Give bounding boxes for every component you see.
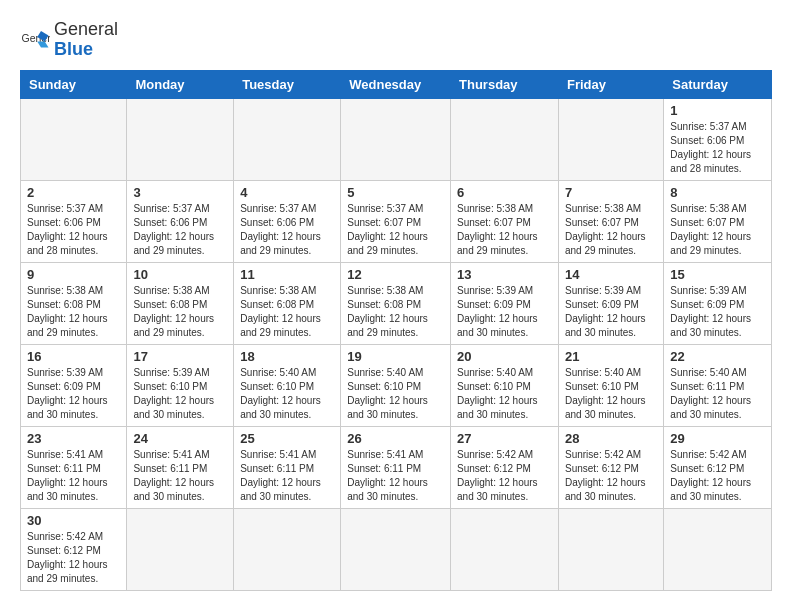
day-cell: 9Sunrise: 5:38 AM Sunset: 6:08 PM Daylig… xyxy=(21,262,127,344)
day-cell xyxy=(558,98,663,180)
day-number: 16 xyxy=(27,349,120,364)
day-number: 6 xyxy=(457,185,552,200)
day-cell: 23Sunrise: 5:41 AM Sunset: 6:11 PM Dayli… xyxy=(21,426,127,508)
day-cell: 28Sunrise: 5:42 AM Sunset: 6:12 PM Dayli… xyxy=(558,426,663,508)
day-number: 22 xyxy=(670,349,765,364)
day-cell xyxy=(21,98,127,180)
day-cell: 7Sunrise: 5:38 AM Sunset: 6:07 PM Daylig… xyxy=(558,180,663,262)
day-info: Sunrise: 5:38 AM Sunset: 6:08 PM Dayligh… xyxy=(347,284,444,340)
day-cell: 1Sunrise: 5:37 AM Sunset: 6:06 PM Daylig… xyxy=(664,98,772,180)
week-row-3: 9Sunrise: 5:38 AM Sunset: 6:08 PM Daylig… xyxy=(21,262,772,344)
day-cell xyxy=(234,98,341,180)
day-cell xyxy=(451,98,559,180)
day-cell: 11Sunrise: 5:38 AM Sunset: 6:08 PM Dayli… xyxy=(234,262,341,344)
day-info: Sunrise: 5:39 AM Sunset: 6:10 PM Dayligh… xyxy=(133,366,227,422)
day-info: Sunrise: 5:39 AM Sunset: 6:09 PM Dayligh… xyxy=(670,284,765,340)
day-number: 13 xyxy=(457,267,552,282)
day-info: Sunrise: 5:41 AM Sunset: 6:11 PM Dayligh… xyxy=(133,448,227,504)
col-header-sunday: Sunday xyxy=(21,70,127,98)
day-number: 17 xyxy=(133,349,227,364)
day-cell: 21Sunrise: 5:40 AM Sunset: 6:10 PM Dayli… xyxy=(558,344,663,426)
col-header-thursday: Thursday xyxy=(451,70,559,98)
logo-icon: General xyxy=(20,25,50,55)
col-header-monday: Monday xyxy=(127,70,234,98)
col-header-friday: Friday xyxy=(558,70,663,98)
day-number: 19 xyxy=(347,349,444,364)
day-cell: 10Sunrise: 5:38 AM Sunset: 6:08 PM Dayli… xyxy=(127,262,234,344)
day-number: 7 xyxy=(565,185,657,200)
day-info: Sunrise: 5:38 AM Sunset: 6:07 PM Dayligh… xyxy=(565,202,657,258)
day-info: Sunrise: 5:40 AM Sunset: 6:11 PM Dayligh… xyxy=(670,366,765,422)
day-info: Sunrise: 5:42 AM Sunset: 6:12 PM Dayligh… xyxy=(565,448,657,504)
day-cell: 24Sunrise: 5:41 AM Sunset: 6:11 PM Dayli… xyxy=(127,426,234,508)
day-cell: 30Sunrise: 5:42 AM Sunset: 6:12 PM Dayli… xyxy=(21,508,127,590)
day-cell: 13Sunrise: 5:39 AM Sunset: 6:09 PM Dayli… xyxy=(451,262,559,344)
day-info: Sunrise: 5:37 AM Sunset: 6:06 PM Dayligh… xyxy=(240,202,334,258)
day-number: 9 xyxy=(27,267,120,282)
day-number: 4 xyxy=(240,185,334,200)
calendar-table: SundayMondayTuesdayWednesdayThursdayFrid… xyxy=(20,70,772,591)
day-cell: 18Sunrise: 5:40 AM Sunset: 6:10 PM Dayli… xyxy=(234,344,341,426)
day-number: 20 xyxy=(457,349,552,364)
day-number: 2 xyxy=(27,185,120,200)
day-cell: 26Sunrise: 5:41 AM Sunset: 6:11 PM Dayli… xyxy=(341,426,451,508)
day-cell: 25Sunrise: 5:41 AM Sunset: 6:11 PM Dayli… xyxy=(234,426,341,508)
day-info: Sunrise: 5:42 AM Sunset: 6:12 PM Dayligh… xyxy=(670,448,765,504)
day-info: Sunrise: 5:37 AM Sunset: 6:06 PM Dayligh… xyxy=(27,202,120,258)
day-number: 8 xyxy=(670,185,765,200)
day-number: 30 xyxy=(27,513,120,528)
day-number: 28 xyxy=(565,431,657,446)
day-number: 15 xyxy=(670,267,765,282)
day-info: Sunrise: 5:40 AM Sunset: 6:10 PM Dayligh… xyxy=(457,366,552,422)
week-row-5: 23Sunrise: 5:41 AM Sunset: 6:11 PM Dayli… xyxy=(21,426,772,508)
day-info: Sunrise: 5:41 AM Sunset: 6:11 PM Dayligh… xyxy=(347,448,444,504)
day-info: Sunrise: 5:38 AM Sunset: 6:07 PM Dayligh… xyxy=(670,202,765,258)
day-number: 24 xyxy=(133,431,227,446)
day-info: Sunrise: 5:38 AM Sunset: 6:08 PM Dayligh… xyxy=(240,284,334,340)
day-cell: 22Sunrise: 5:40 AM Sunset: 6:11 PM Dayli… xyxy=(664,344,772,426)
day-cell xyxy=(234,508,341,590)
week-row-2: 2Sunrise: 5:37 AM Sunset: 6:06 PM Daylig… xyxy=(21,180,772,262)
day-cell: 2Sunrise: 5:37 AM Sunset: 6:06 PM Daylig… xyxy=(21,180,127,262)
day-cell: 17Sunrise: 5:39 AM Sunset: 6:10 PM Dayli… xyxy=(127,344,234,426)
day-number: 10 xyxy=(133,267,227,282)
day-cell: 8Sunrise: 5:38 AM Sunset: 6:07 PM Daylig… xyxy=(664,180,772,262)
day-number: 25 xyxy=(240,431,334,446)
day-cell: 19Sunrise: 5:40 AM Sunset: 6:10 PM Dayli… xyxy=(341,344,451,426)
day-cell xyxy=(451,508,559,590)
day-info: Sunrise: 5:39 AM Sunset: 6:09 PM Dayligh… xyxy=(457,284,552,340)
day-cell: 6Sunrise: 5:38 AM Sunset: 6:07 PM Daylig… xyxy=(451,180,559,262)
day-info: Sunrise: 5:40 AM Sunset: 6:10 PM Dayligh… xyxy=(347,366,444,422)
day-cell: 4Sunrise: 5:37 AM Sunset: 6:06 PM Daylig… xyxy=(234,180,341,262)
day-cell: 20Sunrise: 5:40 AM Sunset: 6:10 PM Dayli… xyxy=(451,344,559,426)
day-cell: 16Sunrise: 5:39 AM Sunset: 6:09 PM Dayli… xyxy=(21,344,127,426)
day-info: Sunrise: 5:42 AM Sunset: 6:12 PM Dayligh… xyxy=(27,530,120,586)
day-number: 23 xyxy=(27,431,120,446)
day-cell: 15Sunrise: 5:39 AM Sunset: 6:09 PM Dayli… xyxy=(664,262,772,344)
day-info: Sunrise: 5:40 AM Sunset: 6:10 PM Dayligh… xyxy=(240,366,334,422)
day-info: Sunrise: 5:40 AM Sunset: 6:10 PM Dayligh… xyxy=(565,366,657,422)
day-cell: 14Sunrise: 5:39 AM Sunset: 6:09 PM Dayli… xyxy=(558,262,663,344)
day-number: 11 xyxy=(240,267,334,282)
day-info: Sunrise: 5:39 AM Sunset: 6:09 PM Dayligh… xyxy=(565,284,657,340)
col-header-wednesday: Wednesday xyxy=(341,70,451,98)
col-header-tuesday: Tuesday xyxy=(234,70,341,98)
day-cell: 12Sunrise: 5:38 AM Sunset: 6:08 PM Dayli… xyxy=(341,262,451,344)
day-info: Sunrise: 5:38 AM Sunset: 6:07 PM Dayligh… xyxy=(457,202,552,258)
day-info: Sunrise: 5:41 AM Sunset: 6:11 PM Dayligh… xyxy=(240,448,334,504)
logo: General General Blue xyxy=(20,20,118,60)
day-cell xyxy=(664,508,772,590)
day-number: 14 xyxy=(565,267,657,282)
day-cell xyxy=(341,508,451,590)
day-cell: 27Sunrise: 5:42 AM Sunset: 6:12 PM Dayli… xyxy=(451,426,559,508)
day-number: 26 xyxy=(347,431,444,446)
day-info: Sunrise: 5:42 AM Sunset: 6:12 PM Dayligh… xyxy=(457,448,552,504)
day-info: Sunrise: 5:37 AM Sunset: 6:07 PM Dayligh… xyxy=(347,202,444,258)
day-cell xyxy=(127,98,234,180)
day-number: 1 xyxy=(670,103,765,118)
day-number: 29 xyxy=(670,431,765,446)
day-cell xyxy=(558,508,663,590)
day-info: Sunrise: 5:37 AM Sunset: 6:06 PM Dayligh… xyxy=(670,120,765,176)
col-header-saturday: Saturday xyxy=(664,70,772,98)
day-cell xyxy=(127,508,234,590)
